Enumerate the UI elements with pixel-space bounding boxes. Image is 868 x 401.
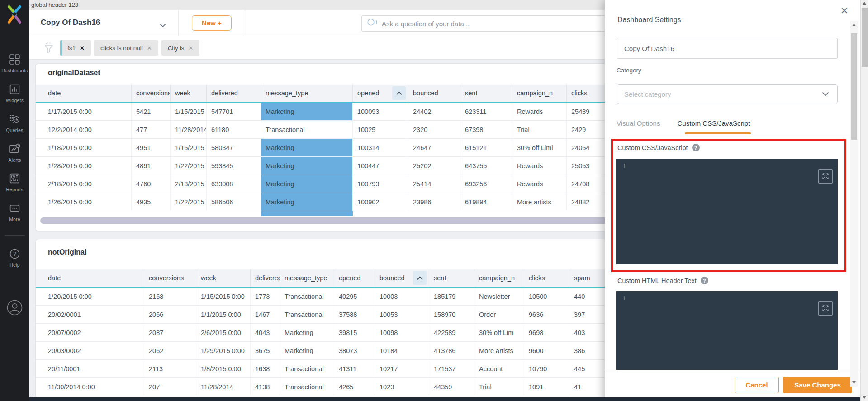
sort-ascending-icon[interactable] [413, 271, 427, 285]
table-cell: 4265 [334, 378, 375, 396]
column-header[interactable]: delivered [207, 85, 261, 102]
table-cell: 4138 [251, 378, 280, 396]
widget-title: notOriginal [48, 248, 86, 256]
column-header[interactable]: campaign_n [512, 85, 567, 102]
table-cell: More artists [474, 342, 524, 359]
column-header[interactable]: clicks [524, 269, 569, 287]
table-cell [36, 211, 132, 216]
panel-tabs: Visual Options Custom CSS/JavaScript [617, 119, 750, 127]
table-cell: 10098 [375, 324, 429, 341]
column-header[interactable]: opened [334, 269, 375, 287]
column-header[interactable]: sent [429, 269, 474, 287]
table-cell: 100314 [353, 139, 408, 156]
css-code-editor[interactable]: 1 [616, 159, 838, 264]
table-cell: 10053 [375, 306, 429, 323]
tab-custom-css-javascript[interactable]: Custom CSS/JavaScript [677, 119, 750, 127]
close-icon[interactable]: ✕ [840, 5, 849, 16]
table-row: 1/17/2015 0:0054211/15/2015 0:00547701Ma… [36, 103, 669, 121]
sidebar-item-widgets[interactable]: Widgets [0, 83, 29, 103]
table-cell: 20/11/0001 [36, 360, 144, 377]
sort-ascending-icon[interactable] [392, 86, 406, 100]
sidebar-item-reports[interactable]: Reports [0, 172, 29, 192]
column-header[interactable]: conversions [144, 269, 196, 287]
panel-scrollbar[interactable] [850, 21, 858, 387]
ask-data-search-input[interactable]: Ask a question of your data... [361, 15, 616, 32]
cancel-button[interactable]: Cancel [735, 377, 779, 393]
column-header[interactable]: conversions [132, 85, 171, 102]
table-row: 1/26/2015 0:0049351/22/2015 0:00586506Ma… [36, 193, 669, 211]
user-avatar[interactable] [7, 300, 23, 317]
scroll-up-icon[interactable] [863, 2, 866, 5]
table-cell: 9698 [524, 324, 569, 341]
table-cell: 9636 [524, 306, 569, 323]
dashboard-selector[interactable]: Copy Of Dash16 [41, 18, 100, 27]
chip-close-icon[interactable]: ✕ [80, 45, 85, 52]
column-header[interactable]: sent [460, 85, 512, 102]
chip-close-icon[interactable]: ✕ [147, 45, 152, 52]
filter-chip[interactable]: City is✕ [161, 40, 200, 56]
column-header[interactable]: message_type [280, 269, 334, 287]
scroll-down-icon[interactable] [852, 381, 856, 384]
filter-chip[interactable]: clicks is not null✕ [94, 40, 158, 56]
table-cell: Trial [474, 378, 524, 396]
new-button[interactable]: New + [192, 15, 232, 31]
horizontal-scrollbar[interactable] [40, 217, 664, 224]
table-cell: 61180 [207, 121, 261, 138]
help-tooltip-icon[interactable]: ? [692, 144, 700, 151]
app-logo[interactable] [5, 5, 24, 26]
table-cell: 100793 [353, 175, 408, 193]
column-header[interactable]: campaign_n [474, 269, 524, 287]
table-cell: 2066 [144, 306, 196, 323]
column-header[interactable]: delivered [251, 269, 280, 287]
topbar-divider [245, 10, 245, 36]
column-header[interactable]: bounced [408, 85, 460, 102]
sidebar-item-dashboards[interactable]: Dashboards [0, 53, 29, 73]
chevron-down-icon[interactable] [160, 21, 166, 29]
table-cell: 397 [569, 306, 608, 323]
sidebar-item-more[interactable]: More [0, 202, 29, 222]
page-scrollbar[interactable] [860, 0, 868, 401]
table-cell: 4760 [132, 175, 171, 193]
sidebar-item-queries[interactable]: Queries [0, 113, 29, 133]
table-cell: Transactional [280, 306, 334, 323]
bottom-strip [0, 397, 860, 401]
column-header[interactable]: week [171, 85, 207, 102]
table-cell: Marketing [261, 175, 353, 193]
expand-editor-icon[interactable] [818, 169, 833, 184]
table-row: 1/28/2015 0:0048911/22/2015 0:00593845Ma… [36, 157, 669, 175]
column-header[interactable]: message_type [261, 85, 353, 102]
scrollbar-thumb[interactable] [851, 33, 857, 140]
table-cell: 1/1/2015 0:00 [196, 306, 251, 323]
table-cell: 1/29/2015 0:00 [196, 342, 251, 359]
tab-visual-options[interactable]: Visual Options [617, 119, 660, 127]
table-cell: 4951 [132, 139, 171, 156]
scroll-up-icon[interactable] [852, 24, 856, 26]
column-header[interactable]: bounced [375, 269, 429, 287]
sidebar-item-label: More [0, 217, 29, 222]
table-cell: 4043 [251, 324, 280, 341]
html-code-editor[interactable]: 1 [616, 291, 838, 370]
sidebar-item-alerts[interactable]: Alerts [0, 143, 29, 163]
column-header[interactable]: week [196, 269, 251, 287]
table-cell: Transactional [280, 360, 334, 377]
expand-editor-icon[interactable] [818, 301, 833, 316]
help-tooltip-icon[interactable]: ? [701, 277, 708, 284]
save-changes-button[interactable]: Save Changes [783, 377, 852, 393]
scrollbar-thumb[interactable] [862, 8, 868, 67]
dashboard-name-input[interactable]: Copy Of Dash16 [617, 38, 838, 59]
scroll-down-icon[interactable] [863, 396, 866, 399]
category-select[interactable]: Select category [617, 84, 838, 104]
table-cell: 37588 [334, 306, 375, 323]
sidebar-item-help[interactable]: ? Help [0, 248, 29, 268]
filter-chip[interactable]: fs1✕ [60, 40, 91, 56]
column-header[interactable]: spam [569, 269, 608, 287]
chip-close-icon[interactable]: ✕ [188, 45, 193, 52]
column-header[interactable]: opened [353, 85, 408, 102]
table-cell: 615121 [460, 139, 512, 156]
help-icon: ? [0, 248, 29, 260]
column-header[interactable]: date [36, 269, 144, 287]
table-cell: 440 [569, 288, 608, 305]
line-number: 1 [622, 163, 626, 170]
sidebar: Dashboards Widgets Queries [0, 0, 29, 401]
column-header[interactable]: date [36, 85, 132, 102]
